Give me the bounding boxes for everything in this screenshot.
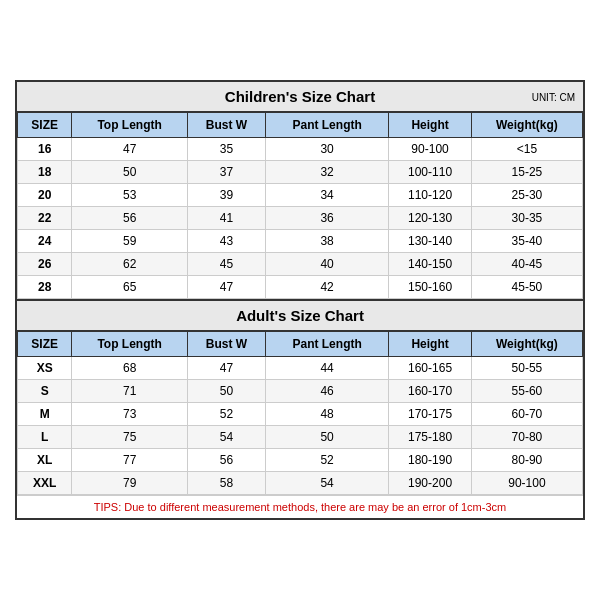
table-cell: 170-175 xyxy=(389,403,472,426)
adult-table-header: SIZE Top Length Bust W Pant Length Heigh… xyxy=(18,332,583,357)
table-cell: 44 xyxy=(265,357,388,380)
table-cell: 160-165 xyxy=(389,357,472,380)
table-cell: 190-200 xyxy=(389,472,472,495)
table-cell: 26 xyxy=(18,253,72,276)
adult-col-header-weight: Weight(kg) xyxy=(471,332,582,357)
children-header-row: SIZE Top Length Bust W Pant Length Heigh… xyxy=(18,113,583,138)
table-cell: 79 xyxy=(72,472,187,495)
col-header-height: Height xyxy=(389,113,472,138)
unit-label: UNIT: CM xyxy=(532,91,575,102)
table-cell: 150-160 xyxy=(389,276,472,299)
table-cell: 32 xyxy=(265,161,388,184)
table-cell: 53 xyxy=(72,184,187,207)
table-cell: 120-130 xyxy=(389,207,472,230)
adult-col-header-pant-length: Pant Length xyxy=(265,332,388,357)
table-cell: 18 xyxy=(18,161,72,184)
children-table-header: SIZE Top Length Bust W Pant Length Heigh… xyxy=(18,113,583,138)
table-row: XL775652180-19080-90 xyxy=(18,449,583,472)
table-cell: <15 xyxy=(471,138,582,161)
table-cell: 140-150 xyxy=(389,253,472,276)
children-table-body: 1647353090-100<1518503732100-11015-25205… xyxy=(18,138,583,299)
table-cell: 160-170 xyxy=(389,380,472,403)
table-cell: 50 xyxy=(187,380,265,403)
table-cell: 39 xyxy=(187,184,265,207)
table-cell: 40-45 xyxy=(471,253,582,276)
table-row: 1647353090-100<15 xyxy=(18,138,583,161)
table-cell: 59 xyxy=(72,230,187,253)
table-cell: 75 xyxy=(72,426,187,449)
table-cell: XXL xyxy=(18,472,72,495)
table-cell: 50-55 xyxy=(471,357,582,380)
adult-col-header-height: Height xyxy=(389,332,472,357)
table-cell: 52 xyxy=(187,403,265,426)
tips-text: TIPS: Due to different measurement metho… xyxy=(94,501,506,513)
table-cell: 54 xyxy=(265,472,388,495)
table-row: 28654742150-16045-50 xyxy=(18,276,583,299)
table-cell: 62 xyxy=(72,253,187,276)
table-cell: 48 xyxy=(265,403,388,426)
table-cell: 47 xyxy=(187,276,265,299)
table-cell: 68 xyxy=(72,357,187,380)
table-cell: 73 xyxy=(72,403,187,426)
col-header-pant-length: Pant Length xyxy=(265,113,388,138)
table-cell: 58 xyxy=(187,472,265,495)
table-cell: 46 xyxy=(265,380,388,403)
table-cell: 30 xyxy=(265,138,388,161)
table-cell: 180-190 xyxy=(389,449,472,472)
table-cell: 36 xyxy=(265,207,388,230)
table-row: 20533934110-12025-30 xyxy=(18,184,583,207)
table-cell: 45 xyxy=(187,253,265,276)
table-cell: 60-70 xyxy=(471,403,582,426)
table-cell: 56 xyxy=(187,449,265,472)
tips-row: TIPS: Due to different measurement metho… xyxy=(17,495,583,518)
table-cell: 35-40 xyxy=(471,230,582,253)
col-header-size: SIZE xyxy=(18,113,72,138)
adult-size-table: SIZE Top Length Bust W Pant Length Heigh… xyxy=(17,331,583,495)
table-cell: 90-100 xyxy=(389,138,472,161)
table-row: 22564136120-13030-35 xyxy=(18,207,583,230)
table-cell: 40 xyxy=(265,253,388,276)
table-cell: 175-180 xyxy=(389,426,472,449)
table-cell: M xyxy=(18,403,72,426)
table-cell: 50 xyxy=(265,426,388,449)
table-row: 18503732100-11015-25 xyxy=(18,161,583,184)
table-cell: 25-30 xyxy=(471,184,582,207)
table-cell: 52 xyxy=(265,449,388,472)
table-cell: 24 xyxy=(18,230,72,253)
table-cell: L xyxy=(18,426,72,449)
adult-col-header-bust-w: Bust W xyxy=(187,332,265,357)
table-cell: 56 xyxy=(72,207,187,230)
col-header-bust-w: Bust W xyxy=(187,113,265,138)
table-row: M735248170-17560-70 xyxy=(18,403,583,426)
table-cell: 70-80 xyxy=(471,426,582,449)
col-header-weight: Weight(kg) xyxy=(471,113,582,138)
table-cell: 47 xyxy=(187,357,265,380)
table-cell: 65 xyxy=(72,276,187,299)
table-cell: XS xyxy=(18,357,72,380)
table-cell: 37 xyxy=(187,161,265,184)
table-row: 26624540140-15040-45 xyxy=(18,253,583,276)
table-row: XXL795854190-20090-100 xyxy=(18,472,583,495)
adult-section-title: Adult's Size Chart xyxy=(17,299,583,331)
size-chart-container: Children's Size Chart UNIT: CM SIZE Top … xyxy=(15,80,585,520)
table-row: S715046160-17055-60 xyxy=(18,380,583,403)
table-cell: XL xyxy=(18,449,72,472)
children-title-text: Children's Size Chart xyxy=(225,88,375,105)
table-row: XS684744160-16550-55 xyxy=(18,357,583,380)
table-cell: 100-110 xyxy=(389,161,472,184)
adult-header-row: SIZE Top Length Bust W Pant Length Heigh… xyxy=(18,332,583,357)
table-cell: 22 xyxy=(18,207,72,230)
table-row: 24594338130-14035-40 xyxy=(18,230,583,253)
table-cell: 15-25 xyxy=(471,161,582,184)
table-cell: 45-50 xyxy=(471,276,582,299)
table-cell: 90-100 xyxy=(471,472,582,495)
table-cell: 28 xyxy=(18,276,72,299)
table-row: L755450175-18070-80 xyxy=(18,426,583,449)
adult-col-header-top-length: Top Length xyxy=(72,332,187,357)
table-cell: 71 xyxy=(72,380,187,403)
adult-title-text: Adult's Size Chart xyxy=(236,307,364,324)
table-cell: 47 xyxy=(72,138,187,161)
table-cell: 54 xyxy=(187,426,265,449)
col-header-top-length: Top Length xyxy=(72,113,187,138)
table-cell: 20 xyxy=(18,184,72,207)
